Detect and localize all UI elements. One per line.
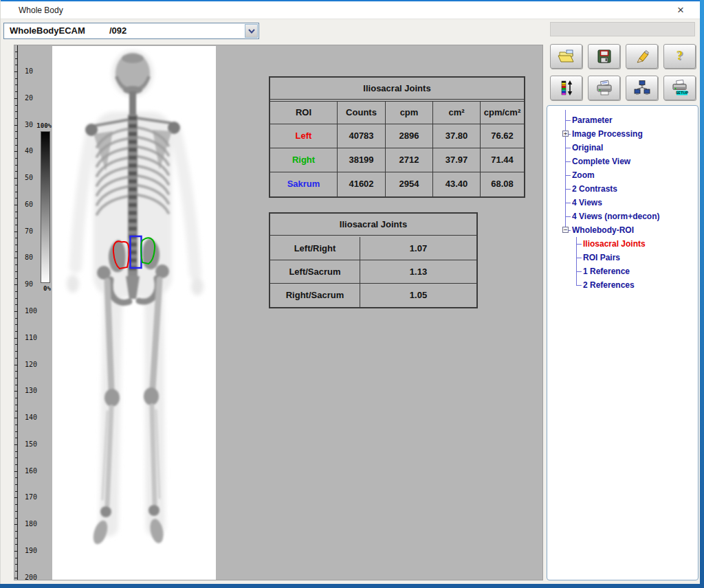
tree-item-2-references[interactable]: 2 References <box>583 279 635 291</box>
combobox-dropdown-button[interactable] <box>245 24 258 38</box>
svg-text:?: ? <box>676 48 683 63</box>
ruler-tick <box>14 338 18 339</box>
ruler-tick <box>15 451 18 452</box>
tree-connector-line <box>576 285 582 286</box>
ruler-label: 130 <box>25 387 43 394</box>
tree-item-roi-pairs[interactable]: ROI Pairs <box>583 251 620 264</box>
printer-icon <box>595 80 613 96</box>
ruler-label: 170 <box>25 494 43 501</box>
study-combobox[interactable]: WholeBodyECAM /092 <box>3 23 259 39</box>
ruler-tick <box>15 504 18 505</box>
save-button[interactable] <box>588 44 620 69</box>
ruler-tick <box>15 571 18 572</box>
tree-connector-line <box>565 120 571 121</box>
color-scale-button[interactable] <box>550 76 582 100</box>
value-cell: 41602 <box>337 172 385 196</box>
ruler-tick <box>15 318 18 319</box>
ruler-tick <box>15 425 18 425</box>
ruler-tick <box>15 271 18 272</box>
table-row: Sakrum41602295443.4068.08 <box>270 172 524 196</box>
ruler-tick <box>15 52 18 52</box>
ratio-row: Left/Sacrum1.13 <box>270 260 476 284</box>
tree-item-parameter[interactable]: Parameter <box>572 114 613 126</box>
tree-item-wholebody-roi[interactable]: Wholebody-ROI <box>572 224 634 236</box>
ruler-tick <box>14 284 18 285</box>
ruler-tick <box>15 558 18 558</box>
tree-item-iliosacral-joints[interactable]: Iliosacral Joints <box>583 238 646 250</box>
help-button[interactable]: ? ? <box>663 44 696 69</box>
close-icon[interactable]: × <box>671 3 690 18</box>
ruler-tick <box>15 411 18 411</box>
ruler-tick <box>15 358 18 359</box>
tree-item-1-reference[interactable]: 1 Reference <box>583 265 630 278</box>
ruler-tick <box>14 258 18 258</box>
tree-item-4-views[interactable]: 4 Views <box>572 196 602 209</box>
tree-expand-icon[interactable]: + <box>562 131 569 137</box>
tree-trunk-line <box>565 110 566 230</box>
combobox-value: WholeBodyECAM <box>10 25 85 36</box>
tree-item-4-views-norm-decon[interactable]: 4 Views (norm+decon) <box>572 210 659 223</box>
print-button[interactable] <box>588 76 620 100</box>
value-cell: 40783 <box>337 124 385 148</box>
ratio-value: 1.07 <box>360 237 476 260</box>
app-window: Whole Body × WholeBodyECAM /092 10203040… <box>0 0 704 588</box>
ruler-label: 20 <box>25 95 43 102</box>
tree-item-zoom[interactable]: Zoom <box>572 169 595 181</box>
ruler-tick <box>15 531 18 532</box>
ruler-tick <box>15 65 18 65</box>
network-print-button[interactable] <box>626 76 658 100</box>
value-cell: 2896 <box>385 124 432 148</box>
open-file-button[interactable] <box>550 44 582 69</box>
ruler-tick <box>15 138 18 139</box>
ruler-label: 100 <box>25 308 43 315</box>
floppy-disk-icon <box>597 49 612 64</box>
ruler-tick <box>14 578 18 578</box>
tree-connector-line <box>565 216 571 217</box>
ruler-tick <box>15 484 18 485</box>
tree-item-2-contrasts[interactable]: 2 Contrasts <box>572 183 617 195</box>
tree-item-image-processing[interactable]: Image Processing <box>572 128 643 140</box>
iliosacral-ratios-table: Iliosacral Joints Left/Right1.07Left/Sac… <box>269 212 478 308</box>
tree-collapse-icon[interactable]: − <box>562 227 569 233</box>
ruler-tick <box>15 105 18 106</box>
tree-connector-line <box>576 271 582 272</box>
ruler-tick <box>15 58 18 59</box>
column-header: cpm <box>385 102 432 124</box>
ruler-tick <box>15 518 18 519</box>
ruler-tick <box>15 511 18 512</box>
ruler-tick <box>15 457 18 458</box>
roi-label: Right <box>270 148 337 172</box>
ruler-tick <box>15 564 18 565</box>
intensity-colorbar <box>41 131 50 283</box>
edit-button[interactable] <box>626 44 658 69</box>
ruler-tick <box>15 398 18 398</box>
ruler-tick <box>15 331 18 332</box>
open-folder-icon <box>558 49 575 64</box>
ruler-tick <box>14 125 18 126</box>
ruler-tick <box>15 212 18 212</box>
ruler-tick <box>14 231 18 232</box>
ruler-label: 10 <box>25 68 43 75</box>
setup-label: SETUP <box>676 91 688 95</box>
ruler-tick <box>14 98 18 99</box>
ruler-tick <box>15 165 18 166</box>
ruler-tick <box>14 151 18 152</box>
ruler-tick <box>15 171 18 172</box>
tree-item-original[interactable]: Original <box>572 142 603 154</box>
print-setup-button[interactable]: SETUP <box>663 76 696 100</box>
value-cell: 71.44 <box>480 148 524 172</box>
ruler-label: 120 <box>25 361 43 368</box>
ruler-tick <box>14 311 18 312</box>
value-cell: 38199 <box>337 148 385 172</box>
ruler-tick <box>14 178 18 179</box>
ruler-tick <box>14 418 18 418</box>
tree-connector-line <box>565 161 571 162</box>
ruler-tick <box>15 385 18 385</box>
roi-label: Left <box>270 124 337 148</box>
window-title: Whole Body <box>19 5 63 15</box>
column-header: Counts <box>337 102 385 124</box>
ruler-label: 150 <box>25 441 43 448</box>
tree-item-complete-view[interactable]: Complete View <box>572 155 630 168</box>
combobox-suffix: /092 <box>109 25 126 36</box>
value-cell: 37.97 <box>432 148 480 172</box>
